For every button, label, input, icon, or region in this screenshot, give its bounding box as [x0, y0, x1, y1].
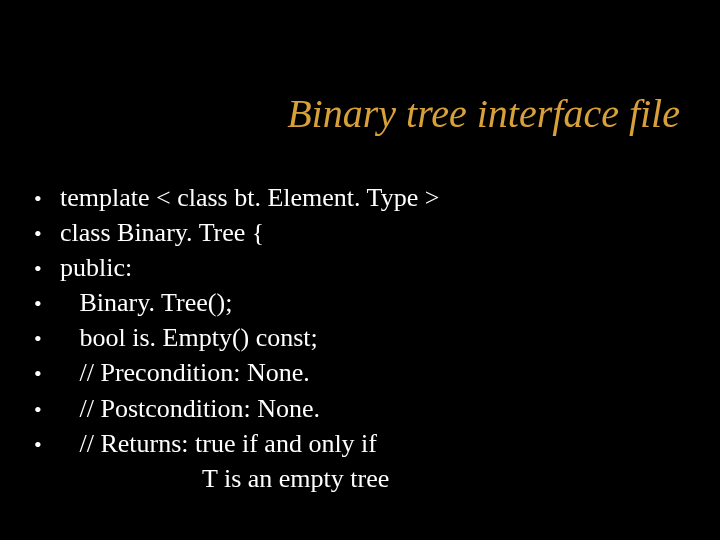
list-item: • public:	[34, 250, 680, 285]
list-item: • // Returns: true if and only if	[34, 426, 680, 461]
line-text: template < class bt. Element. Type >	[60, 180, 680, 215]
line-text: bool is. Empty() const;	[60, 320, 680, 355]
line-text: // Precondition: None.	[60, 355, 680, 390]
list-item: • Binary. Tree();	[34, 285, 680, 320]
bullet-icon: •	[34, 395, 60, 425]
line-text: Binary. Tree();	[60, 285, 680, 320]
bullet-icon: •	[34, 289, 60, 319]
bullet-icon: •	[34, 359, 60, 389]
continuation-text: T is an empty tree	[34, 461, 680, 496]
slide: Binary tree interface file • template < …	[0, 0, 720, 540]
list-item: • // Precondition: None.	[34, 355, 680, 390]
bullet-icon: •	[34, 219, 60, 249]
slide-title: Binary tree interface file	[287, 90, 680, 137]
bullet-icon: •	[34, 184, 60, 214]
list-item: • class Binary. Tree {	[34, 215, 680, 250]
line-text: class Binary. Tree {	[60, 215, 680, 250]
line-text: // Postcondition: None.	[60, 391, 680, 426]
bullet-icon: •	[34, 324, 60, 354]
line-text: public:	[60, 250, 680, 285]
line-text: // Returns: true if and only if	[60, 426, 680, 461]
slide-body: • template < class bt. Element. Type > •…	[34, 180, 680, 496]
list-item: • template < class bt. Element. Type >	[34, 180, 680, 215]
bullet-icon: •	[34, 430, 60, 460]
bullet-icon: •	[34, 254, 60, 284]
list-item: • bool is. Empty() const;	[34, 320, 680, 355]
list-item: • // Postcondition: None.	[34, 391, 680, 426]
